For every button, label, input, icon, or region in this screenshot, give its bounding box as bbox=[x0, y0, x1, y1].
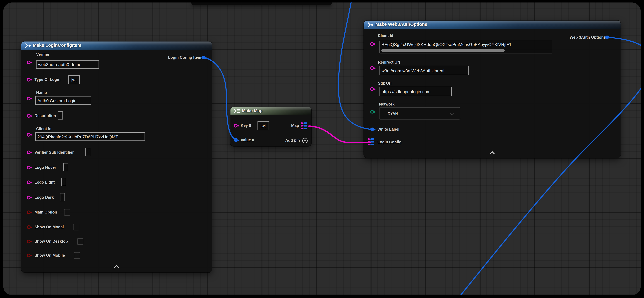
make-struct-icon bbox=[25, 43, 31, 48]
pin-type-of-login[interactable] bbox=[27, 78, 31, 82]
show-on-mobile-label: Show On Mobile bbox=[34, 253, 65, 258]
show-on-desktop-checkbox[interactable] bbox=[77, 238, 84, 245]
logo-dark-input[interactable] bbox=[60, 193, 65, 201]
logo-hover-input[interactable] bbox=[63, 163, 68, 171]
network-selected-value: CYAN bbox=[388, 111, 398, 115]
collapse-chevron-icon[interactable] bbox=[490, 151, 495, 156]
chevron-down-icon bbox=[450, 111, 454, 115]
pin-key-0[interactable] bbox=[234, 124, 238, 128]
show-on-desktop-label: Show On Desktop bbox=[34, 239, 68, 244]
node-title: Make Web3AuthOptions bbox=[376, 22, 427, 27]
client-id-label: Client Id bbox=[36, 126, 52, 132]
client-id-input[interactable]: BEglQSgt4cUWcj6SKRdu5QkOXTsePmMcusG5EAoy… bbox=[380, 41, 552, 54]
network-dropdown[interactable]: CYAN bbox=[379, 107, 460, 120]
logo-light-input[interactable] bbox=[61, 178, 66, 186]
node-header[interactable]: Make Web3AuthOptions bbox=[364, 20, 620, 29]
make-map-icon bbox=[233, 108, 241, 114]
pin-name[interactable] bbox=[27, 97, 31, 100]
client-id-label: Client Id bbox=[378, 33, 393, 38]
name-label: Name bbox=[36, 90, 47, 96]
add-pin-label[interactable]: Add pin bbox=[285, 138, 300, 143]
client-id-scrollbar[interactable] bbox=[381, 49, 505, 52]
node-header[interactable]: Make LoginConfigItem bbox=[21, 42, 212, 50]
pin-verifier-sub-identifier[interactable] bbox=[27, 150, 31, 154]
verifier-label: Verifier bbox=[36, 52, 50, 57]
sdk-url-label: Sdk Url bbox=[378, 81, 392, 86]
node-make-loginconfigitem[interactable]: Make LoginConfigItem Login Config Item V… bbox=[21, 42, 212, 272]
pin-description[interactable] bbox=[27, 114, 31, 118]
main-option-label: Main Option bbox=[34, 210, 57, 215]
node-header[interactable]: Make Map bbox=[230, 107, 311, 114]
pin-show-on-mobile[interactable] bbox=[27, 254, 31, 257]
login-config-label: Login Config bbox=[378, 140, 402, 145]
logo-light-label: Logo Light bbox=[34, 180, 54, 185]
value-0-label: Value 0 bbox=[241, 138, 254, 142]
blueprint-graph-stage: Make LoginConfigItem Login Config Item V… bbox=[0, 0, 644, 298]
type-of-login-input[interactable] bbox=[68, 75, 80, 84]
redirect-url-input[interactable] bbox=[380, 66, 469, 75]
add-pin-icon[interactable] bbox=[302, 138, 308, 143]
show-on-modal-checkbox[interactable] bbox=[73, 224, 79, 230]
pin-logo-light[interactable] bbox=[27, 180, 31, 184]
output-pin-label: Login Config Item bbox=[168, 55, 201, 60]
offscreen-node-bottom-edge bbox=[192, 2, 332, 5]
logo-dark-label: Logo Dark bbox=[34, 195, 54, 200]
name-input[interactable] bbox=[36, 96, 91, 105]
show-on-modal-label: Show On Modal bbox=[34, 224, 64, 230]
pin-sdk-url[interactable] bbox=[370, 87, 374, 91]
client-id-input[interactable] bbox=[36, 132, 145, 141]
pin-client-id[interactable] bbox=[27, 133, 31, 136]
pin-show-on-desktop[interactable] bbox=[27, 240, 31, 244]
white-label-label: White Label bbox=[378, 127, 399, 132]
type-of-login-label: Type Of Login bbox=[34, 77, 60, 82]
logo-hover-label: Logo Hover bbox=[34, 165, 56, 170]
show-on-mobile-checkbox[interactable] bbox=[74, 252, 80, 259]
verifier-input[interactable] bbox=[36, 60, 99, 68]
sdk-url-input[interactable] bbox=[380, 87, 452, 96]
pin-network[interactable] bbox=[370, 110, 374, 114]
key-0-input[interactable] bbox=[258, 121, 269, 130]
verifier-sub-identifier-label: Verifier Sub Identifier bbox=[34, 150, 74, 155]
pin-logo-hover[interactable] bbox=[27, 166, 31, 170]
wire-map-to-login-config[interactable] bbox=[309, 126, 370, 143]
node-title: Make LoginConfigItem bbox=[33, 43, 81, 48]
redirect-url-label: Redirect Url bbox=[378, 60, 400, 65]
description-input[interactable] bbox=[58, 111, 63, 120]
pin-main-option[interactable] bbox=[27, 210, 31, 214]
pin-logo-dark[interactable] bbox=[27, 196, 31, 200]
collapse-chevron-icon[interactable] bbox=[114, 265, 119, 270]
output-pin-label: Web 3Auth Options bbox=[570, 35, 606, 40]
pin-client-id[interactable] bbox=[370, 42, 374, 46]
node-make-web3authoptions[interactable]: Make Web3AuthOptions Client Id BEglQSgt4… bbox=[364, 20, 620, 158]
pin-show-on-modal[interactable] bbox=[27, 225, 31, 229]
blueprint-graph-canvas[interactable]: Make LoginConfigItem Login Config Item V… bbox=[3, 2, 641, 295]
verifier-sub-identifier-input[interactable] bbox=[86, 148, 90, 156]
map-output-label: Map bbox=[291, 123, 299, 128]
client-id-value: BEglQSgt4cUWcj6SKRdu5QkOXTsePmMcusG5EAoy… bbox=[382, 42, 551, 47]
network-label: Network bbox=[379, 102, 394, 107]
node-make-map[interactable]: Make Map Key 0 Map Value 0 Add pin bbox=[230, 107, 311, 146]
make-struct-icon bbox=[367, 22, 374, 27]
node-title: Make Map bbox=[242, 108, 262, 113]
key-0-label: Key 0 bbox=[241, 123, 251, 128]
output-pin-map[interactable] bbox=[301, 122, 307, 129]
pin-verifier[interactable] bbox=[27, 61, 31, 64]
pin-redirect-url[interactable] bbox=[370, 66, 374, 70]
description-label: Description bbox=[34, 113, 56, 118]
main-option-checkbox[interactable] bbox=[64, 209, 70, 216]
